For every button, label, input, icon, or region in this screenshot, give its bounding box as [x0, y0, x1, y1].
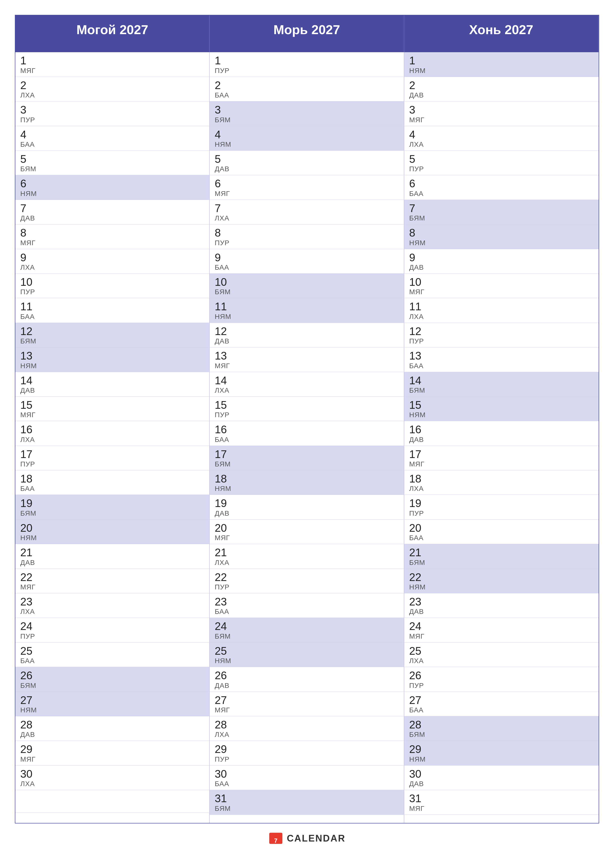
day-name: ПУР: [215, 755, 399, 763]
day-name: МЯГ: [409, 804, 594, 812]
day-row: 19БЯМ: [16, 495, 209, 519]
day-name: МЯГ: [409, 288, 594, 296]
day-name: БЯМ: [215, 804, 399, 812]
day-name: ПУР: [409, 682, 594, 690]
day-number: 25: [409, 645, 594, 657]
day-name: ПУР: [20, 632, 204, 640]
day-name: БАА: [409, 190, 594, 198]
day-number: 7: [409, 202, 594, 214]
day-name: БАА: [215, 436, 399, 444]
day-number: 6: [215, 178, 399, 189]
day-name: БАА: [215, 780, 399, 788]
day-row: 20НЯМ: [16, 519, 209, 544]
day-number: 10: [409, 276, 594, 288]
day-name: ПУР: [409, 510, 594, 518]
day-name: ПУР: [20, 116, 204, 124]
day-row: 16ЛХА: [16, 421, 209, 446]
day-row: 26ПУР: [404, 667, 598, 691]
day-name: НЯМ: [215, 141, 399, 149]
day-name: БЯМ: [409, 214, 594, 222]
day-number: 3: [215, 104, 399, 116]
day-row: 12ДАВ: [210, 323, 404, 347]
day-number: 1: [20, 55, 204, 67]
day-name: ДАВ: [215, 165, 399, 173]
day-row: 13МЯГ: [210, 347, 404, 372]
day-number: 27: [409, 694, 594, 706]
day-name: БАА: [409, 362, 594, 370]
day-number: 10: [20, 276, 204, 288]
day-row: 20БАА: [404, 519, 598, 544]
day-number: 18: [215, 473, 399, 485]
day-name: НЯМ: [215, 657, 399, 665]
day-row: 17ПУР: [16, 446, 209, 470]
day-name: БАА: [409, 534, 594, 542]
day-name: НЯМ: [20, 706, 204, 714]
day-row: 14ЛХА: [210, 372, 404, 397]
day-name: ДАВ: [409, 91, 594, 99]
day-row: 9ДАВ: [404, 249, 598, 274]
day-name: ДАВ: [409, 780, 594, 788]
day-row: 15ПУР: [210, 397, 404, 421]
day-number: 15: [215, 399, 399, 411]
day-number: 29: [409, 743, 594, 755]
day-row: 28ДАВ: [16, 716, 209, 741]
day-name: ЛХА: [20, 608, 204, 615]
day-name: БЯМ: [215, 116, 399, 124]
day-row: 8НЯМ: [404, 225, 598, 249]
day-name: ПУР: [215, 411, 399, 419]
day-number: 28: [20, 719, 204, 731]
day-number: 22: [215, 571, 399, 583]
day-name: ПУР: [215, 239, 399, 247]
day-number: 8: [215, 227, 399, 239]
day-row: 24БЯМ: [210, 618, 404, 642]
day-number: 11: [409, 301, 594, 313]
day-number: 2: [215, 79, 399, 91]
day-name: МЯГ: [20, 755, 204, 763]
day-number: 12: [215, 326, 399, 337]
calendar-logo-icon: 7: [268, 831, 283, 846]
day-number: 11: [20, 301, 204, 313]
day-number: 3: [20, 104, 204, 116]
day-number: 4: [409, 129, 594, 141]
day-row: 26ДАВ: [210, 667, 404, 691]
day-number: 24: [20, 620, 204, 632]
day-number: 9: [409, 252, 594, 264]
month-col-3: 1НЯМ2ДАВ3МЯГ4ЛХА5ПУР6БАА7БЯМ8НЯМ9ДАВ10МЯ…: [404, 52, 598, 823]
day-name: БЯМ: [20, 337, 204, 345]
day-row: 21ЛХА: [210, 544, 404, 569]
day-row: 4БАА: [16, 126, 209, 151]
day-row: 24МЯГ: [404, 618, 598, 642]
day-name: НЯМ: [215, 485, 399, 493]
day-row: 10ПУР: [16, 274, 209, 298]
day-number: 10: [215, 276, 399, 288]
day-number: 17: [409, 448, 594, 460]
day-name: МЯГ: [215, 362, 399, 370]
day-number: 17: [215, 448, 399, 460]
day-row: 10БЯМ: [210, 274, 404, 298]
day-name: БАА: [215, 91, 399, 99]
day-name: ПУР: [409, 337, 594, 345]
day-number: 20: [215, 522, 399, 534]
day-number: 31: [215, 792, 399, 804]
day-row: 9БАА: [210, 249, 404, 274]
day-number: 19: [409, 498, 594, 509]
day-row: 10МЯГ: [404, 274, 598, 298]
day-row: 22ПУР: [210, 569, 404, 594]
day-row: 24ПУР: [16, 618, 209, 642]
day-name: НЯМ: [20, 190, 204, 198]
day-row: 31МЯГ: [404, 790, 598, 815]
day-row: 28ЛХА: [210, 716, 404, 741]
footer: 7 CALENDAR: [15, 823, 599, 848]
day-name: ЛХА: [20, 264, 204, 271]
day-name: ЛХА: [409, 485, 594, 493]
day-name: ЛХА: [215, 214, 399, 222]
day-row: 18ЛХА: [404, 470, 598, 495]
day-row: 31БЯМ: [210, 790, 404, 815]
day-name: ЛХА: [20, 436, 204, 444]
day-name: ПУР: [215, 67, 399, 75]
day-number: 15: [409, 399, 594, 411]
day-row: 7ДАВ: [16, 200, 209, 225]
day-name: ДАВ: [20, 731, 204, 739]
day-number: 5: [409, 153, 594, 165]
day-row: 30БАА: [210, 766, 404, 790]
